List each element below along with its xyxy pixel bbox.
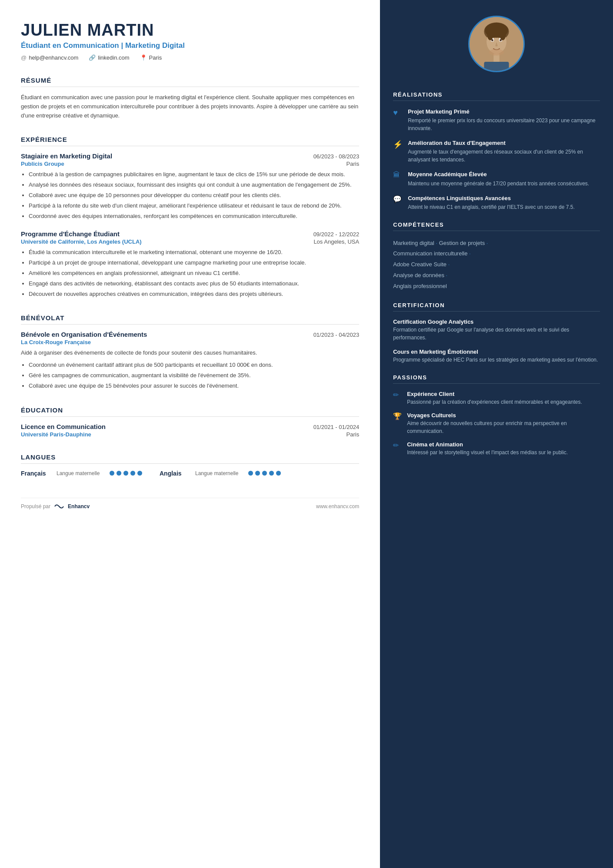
bullet-2-4: Engagé dans des activités de networking,… [29,279,359,288]
exp-title-1: Stagiaire en Marketing Digital [21,152,112,160]
lang-dots-2 [248,471,281,476]
passion-title-1: Expérience Client [407,391,582,397]
email-icon: @ [21,54,27,61]
achievement-desc-4: Atteint le niveau C1 en anglais, certifi… [408,203,575,211]
certification-section: CERTIFICATION Certification Google Analy… [380,302,613,364]
exp-company-2: Université de Californie, Los Angeles (U… [21,238,142,245]
bullet-1-4: Participé à la refonte du site web d'un … [29,201,359,211]
edu-degree-1: Licence en Communication [21,423,106,430]
dot-1-4 [130,471,135,476]
benevolat-header-1: Bénévole en Organisation d'Événements 01… [21,331,359,338]
passions-section: PASSIONS ✏ Expérience Client Passionné p… [380,374,613,456]
competences-title: COMPÉTENCES [393,221,600,231]
bullet-1-5: Coordonné avec des équipes international… [29,212,359,221]
header: JULIEN MARTIN Étudiant en Communication … [21,21,359,61]
passion-item-3: ✏ Cinéma et Animation Intéressé par le s… [393,441,600,456]
footer-powered: Propulsé par [21,503,50,509]
exp-sub-1: Publicis Groupe Paris [21,161,359,167]
achievement-title-2: Amélioration du Taux d'Engagement [408,139,600,147]
exp-title-2: Programme d'Échange Étudiant [21,230,120,238]
langues-title: LANGUES [21,453,359,464]
cert-item-2: Cours en Marketing Émotionnel Programme … [393,349,600,364]
bullet-1-1: Contribué à la gestion de campagnes publ… [29,170,359,179]
profile-photo [468,16,525,72]
lang-level-1: Langue maternelle [57,470,104,476]
passion-desc-1: Passionné par la création d'expériences … [407,398,582,406]
edu-location-1: Paris [346,431,360,438]
passion-title-3: Cinéma et Animation [407,441,568,448]
achievement-title-1: Projet Marketing Primé [408,108,600,116]
footer: Propulsé par Enhancv www.enhancv.com [21,498,359,509]
achievement-content-1: Projet Marketing Primé Remporté le premi… [408,108,600,132]
bullet-2-2: Participé à un projet de groupe internat… [29,258,359,268]
profile-avatar-svg [470,16,523,72]
cert-title-1: Certification Google Analytics [393,318,600,325]
passions-title: PASSIONS [393,374,600,384]
contact-row: @ help@enhancv.com 🔗 linkedin.com 📍 Pari… [21,54,359,61]
achievement-desc-3: Maintenu une moyenne générale de 17/20 p… [408,180,589,188]
achievement-icon-2: ⚡ [393,140,403,149]
skill-3: Communication interculturelle [393,250,467,257]
edu-school-1: Université Paris-Dauphine [21,431,91,438]
linkedin-icon: 🔗 [89,54,96,61]
exp-header-1: Stagiaire en Marketing Digital 06/2023 -… [21,152,359,160]
skill-dot-5: · [444,272,447,278]
dot-2-1 [248,471,253,476]
exp-date-1: 06/2023 - 08/2023 [313,153,360,160]
lang-item-1: Français Langue maternelle [21,470,142,477]
svg-point-12 [489,49,504,55]
skill-dot-1: · [434,240,439,246]
benevolat-role-1: Bénévole en Organisation d'Événements [21,331,147,338]
passion-item-2: 🏆 Voyages Culturels Aime découvrir de no… [393,412,600,435]
achievement-icon-3: 🏛 [393,171,403,179]
skill-4: Adobe Creative Suite [393,261,446,268]
skill-1: Marketing digital [393,240,434,246]
edu-item-1: Licence en Communication 01/2021 - 01/20… [21,423,359,438]
benevolat-date-1: 01/2023 - 04/2023 [313,332,360,338]
benevolat-item-1: Bénévole en Organisation d'Événements 01… [21,331,359,390]
exp-date-2: 09/2022 - 12/2022 [313,231,360,238]
candidate-subtitle: Étudiant en Communication | Marketing Di… [21,41,359,50]
education-section: ÉDUCATION Licence en Communication 01/20… [21,406,359,438]
exp-location-1: Paris [346,161,360,167]
svg-rect-10 [484,62,509,71]
dot-1-3 [123,471,128,476]
email-text: help@enhancv.com [29,54,78,61]
location-contact: 📍 Paris [140,54,162,61]
cert-item-1: Certification Google Analytics Formation… [393,318,600,342]
benevolat-intro-1: Aidé à organiser des événements de colle… [21,349,359,358]
competences-section: COMPÉTENCES Marketing digital · Gestion … [380,221,613,292]
passion-icon-2: 🏆 [393,412,402,420]
left-column: JULIEN MARTIN Étudiant en Communication … [0,0,380,868]
dot-2-3 [262,471,267,476]
achievement-item-1: ♥ Projet Marketing Primé Remporté le pre… [393,108,600,132]
achievement-title-4: Compétences Linguistiques Avancées [408,194,575,202]
achievement-item-2: ⚡ Amélioration du Taux d'Engagement Augm… [393,139,600,164]
bullet-1-3: Collaboré avec une équipe de 10 personne… [29,191,359,200]
passion-icon-3: ✏ [393,441,402,449]
candidate-name: JULIEN MARTIN [21,21,359,40]
resume-text: Étudiant en communication avec une passi… [21,93,359,120]
bullet-2-1: Étudié la communication interculturelle … [29,248,359,257]
b-bullet-1: Coordonné un événement caritatif attiran… [29,361,359,370]
exp-item-2: Programme d'Échange Étudiant 09/2022 - 1… [21,230,359,298]
right-column: RÉALISATIONS ♥ Projet Marketing Primé Re… [380,0,613,868]
lang-name-1: Français [21,470,51,477]
passion-content-1: Expérience Client Passionné par la créat… [407,391,582,406]
b-bullet-2: Géré les campagnes de communication, aug… [29,371,359,380]
location-text: Paris [149,54,162,61]
enhancv-logo-icon [54,503,64,509]
dot-2-4 [269,471,274,476]
skill-dot-4: · [446,261,450,268]
resume-title: RÉSUMÉ [21,77,359,87]
exp-header-2: Programme d'Échange Étudiant 09/2022 - 1… [21,230,359,238]
achievement-item-4: 💬 Compétences Linguistiques Avancées Att… [393,194,600,211]
dot-1-5 [137,471,142,476]
achievement-title-3: Moyenne Académique Élevée [408,171,589,178]
bullet-2-3: Amélioré les compétences en anglais prof… [29,269,359,278]
certification-title: CERTIFICATION [393,302,600,312]
experience-title: EXPÉRIENCE [21,136,359,146]
benevolat-title: BÉNÉVOLAT [21,314,359,325]
langues-section: LANGUES Français Langue maternelle Angla… [21,453,359,477]
footer-website: www.enhancv.com [316,503,359,509]
